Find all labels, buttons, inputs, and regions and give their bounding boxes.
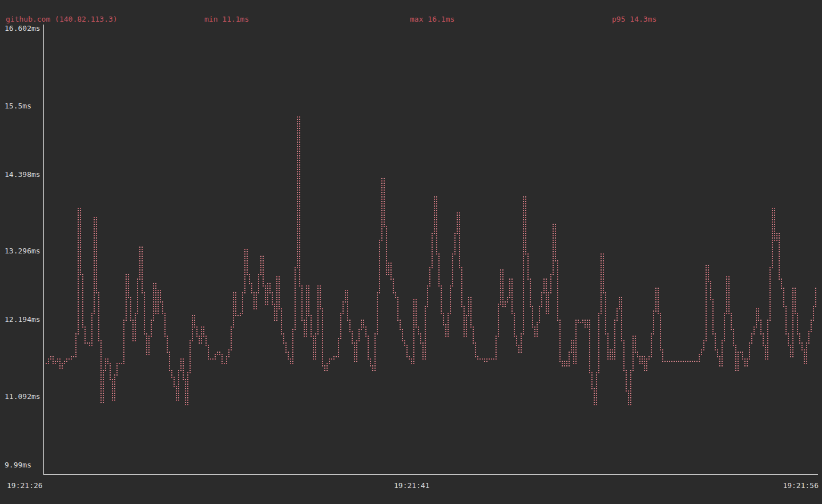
- y-axis-tick-label: 14.398ms: [5, 170, 41, 179]
- y-axis-tick-label: 16.602ms: [5, 23, 41, 33]
- x-axis-tick-label: 19:21:26: [7, 481, 43, 490]
- x-axis-tick-label: 19:21:56: [783, 481, 819, 490]
- y-axis-tick-label: 9.99ms: [5, 460, 31, 470]
- y-axis-tick-label: 12.194ms: [5, 315, 41, 324]
- y-axis-tick-label: 11.092ms: [5, 392, 41, 401]
- terminal-screen: github.com (140.82.113.3) min 11.1ms max…: [0, 0, 822, 504]
- latency-sparkline-plot: [0, 0, 822, 504]
- y-axis-tick-label: 15.5ms: [5, 101, 31, 111]
- x-axis-tick-label: 19:21:41: [394, 481, 430, 490]
- y-axis-tick-label: 13.296ms: [5, 246, 41, 256]
